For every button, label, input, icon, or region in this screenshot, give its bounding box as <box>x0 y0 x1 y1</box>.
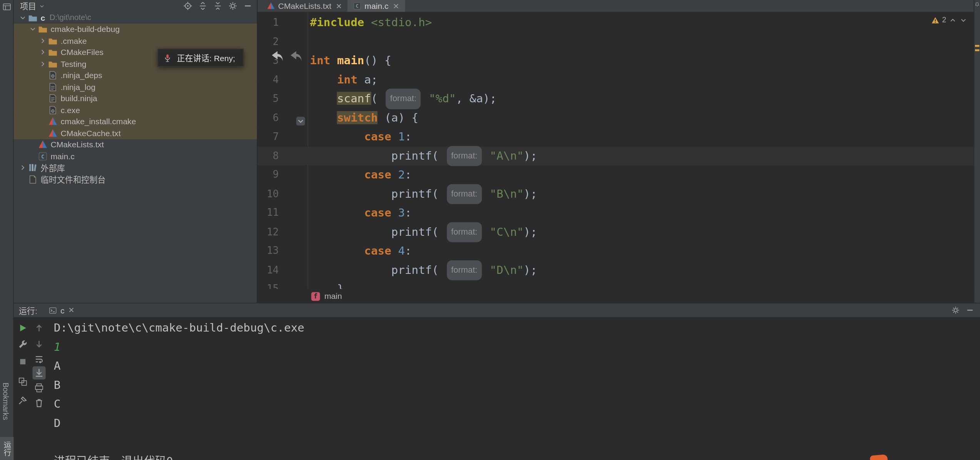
cmake-icon <box>48 128 57 138</box>
editor-gutter: 7 <box>258 127 308 146</box>
console-tab[interactable]: c ✕ <box>43 304 79 316</box>
tree-item-___[interactable]: 外部库 <box>14 162 257 173</box>
folder-orange-icon <box>48 59 57 68</box>
console-line: 进程已结束，退出代码0 <box>54 452 980 460</box>
code-line-6: 6 switch (a) { <box>258 108 974 127</box>
tree-item-c.exe[interactable]: c.exe <box>14 104 257 116</box>
tree-item-label: 临时文件和控制台 <box>41 173 106 185</box>
stop-button[interactable] <box>16 355 29 368</box>
code-token <box>391 206 398 219</box>
editor-tab-CMakeLists.txt[interactable]: CMakeLists.txt✕ <box>261 0 348 12</box>
hide-icon[interactable] <box>966 306 975 315</box>
print-button[interactable] <box>32 382 45 395</box>
code-token: (a) { <box>378 111 418 124</box>
code-token: 3 <box>398 206 405 219</box>
console-line: D:\git\note\c\cmake-build-debug\c.exe <box>54 318 980 337</box>
tree-item-.ninja_log[interactable]: .ninja_log <box>14 81 257 93</box>
warning-stripe-mark[interactable] <box>975 45 979 47</box>
chevron-right-icon[interactable] <box>39 37 47 45</box>
editor-gutter: 9 <box>258 165 308 184</box>
settings-icon[interactable] <box>951 306 960 315</box>
bell-icon[interactable] <box>974 2 980 8</box>
console-line: C <box>54 395 980 413</box>
chevron-down-icon[interactable] <box>29 25 37 33</box>
chevron-down-icon[interactable] <box>959 16 967 24</box>
softwrap-button[interactable] <box>32 353 45 366</box>
rerun-button[interactable] <box>16 322 29 335</box>
up-button[interactable] <box>32 322 45 335</box>
collapse-all-icon[interactable] <box>213 1 222 10</box>
tree-item-cmake-build-debug[interactable]: cmake-build-debug <box>14 23 257 35</box>
editor-gutter: 11 <box>258 203 308 222</box>
editor-gutter: 12 <box>258 223 308 242</box>
code-token <box>310 206 364 219</box>
code-token <box>483 149 490 162</box>
c-file-icon: C <box>38 152 47 161</box>
code-token: : <box>405 168 412 181</box>
parameter-hint: format: <box>447 260 482 280</box>
code-line-11: 11 case 3: <box>258 203 974 222</box>
sidebar-item-run[interactable]: 运行 <box>0 437 14 460</box>
hide-icon[interactable] <box>243 1 253 10</box>
console-line <box>54 433 980 452</box>
close-icon[interactable]: ✕ <box>393 2 399 10</box>
close-icon[interactable]: ✕ <box>336 2 342 10</box>
build-button[interactable] <box>16 338 29 351</box>
inspections-widget[interactable]: 2 <box>932 16 968 25</box>
console-line: D <box>54 413 980 432</box>
warning-stripe-mark[interactable] <box>975 49 979 51</box>
breadcrumb[interactable]: main <box>324 292 342 301</box>
project-panel-title[interactable]: 项目 <box>20 0 36 12</box>
run-tool-window: 运行: c ✕ D:\git\note\c\cmake-build-debug\… <box>14 303 980 460</box>
tree-item-________[interactable]: 临时文件和控制台 <box>14 173 257 185</box>
code-text <box>308 32 310 51</box>
code-text: printf( format: "C\n"); <box>308 223 537 242</box>
close-icon[interactable]: ✕ <box>68 306 74 315</box>
chevron-right-icon[interactable] <box>39 60 47 68</box>
code-token <box>483 225 490 238</box>
tree-item-CMakeCache.txt[interactable]: CMakeCache.txt <box>14 127 257 139</box>
code-token: ); <box>523 187 537 200</box>
code-line-13: 13 case 4: <box>258 242 974 260</box>
clear-button[interactable] <box>32 396 45 409</box>
chevron-up-icon[interactable] <box>949 16 957 24</box>
chevron-down-icon[interactable] <box>19 13 27 22</box>
pin-button[interactable] <box>16 394 29 407</box>
line-number: 2 <box>258 32 279 51</box>
code-token: case <box>364 244 391 257</box>
tree-item-.ninja_deps[interactable]: .ninja_deps <box>14 70 257 81</box>
chevron-right-icon[interactable] <box>19 164 27 172</box>
tree-item-label: c <box>41 13 45 22</box>
chevron-right-icon[interactable] <box>39 48 47 56</box>
editor-tab-main.c[interactable]: Cmain.c✕ <box>348 0 405 12</box>
dump-button[interactable] <box>16 375 29 388</box>
chevron-down-icon[interactable] <box>39 3 45 9</box>
fold-marker-icon[interactable] <box>296 113 306 123</box>
locate-icon[interactable] <box>183 1 192 10</box>
expand-all-icon[interactable] <box>198 1 207 10</box>
console-line: 1 <box>54 337 980 356</box>
console-output[interactable]: D:\git\note\c\cmake-build-debug\c.exe1AB… <box>46 318 980 460</box>
code-editor[interactable]: 1#include <stdio.h>23int main() {4 int a… <box>258 12 974 290</box>
code-token <box>483 187 490 200</box>
sidebar-item-bookmarks[interactable]: Bookmarks <box>1 383 10 420</box>
code-token: ( <box>432 263 445 276</box>
chevron-spacer <box>29 152 37 160</box>
code-token: "A\n" <box>490 149 523 162</box>
scrollend-button[interactable] <box>32 367 45 380</box>
tree-item-build.ninja[interactable]: build.ninja <box>14 93 257 104</box>
tree-item-.cmake[interactable]: .cmake <box>14 35 257 47</box>
settings-icon[interactable] <box>228 1 237 10</box>
tool-window-icon[interactable] <box>2 2 11 11</box>
code-token <box>330 54 337 67</box>
tree-item-CMakeLists.txt[interactable]: CMakeLists.txt <box>14 139 257 150</box>
line-number: 4 <box>258 70 279 89</box>
down-button[interactable] <box>32 338 45 351</box>
tree-item-cmake_install.cmake[interactable]: cmake_install.cmake <box>14 116 257 127</box>
tree-item-label: cmake-build-debug <box>51 25 120 34</box>
fold-gutter <box>279 108 308 127</box>
tree-item-c[interactable]: cD:\git\note\c <box>14 12 257 23</box>
line-number: 6 <box>258 108 279 127</box>
tree-item-main.c[interactable]: Cmain.c <box>14 150 257 162</box>
tree-item-label: .ninja_deps <box>60 71 102 80</box>
